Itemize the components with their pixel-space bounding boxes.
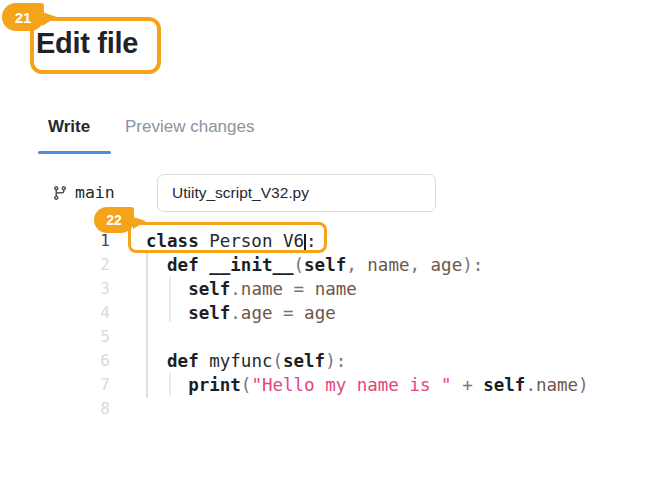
code-token <box>304 279 315 299</box>
line-number: 6 <box>0 349 110 373</box>
code-token: , <box>409 255 420 275</box>
code-editor[interactable]: 1class Person_V6:2 def __init__(self, na… <box>0 229 672 421</box>
code-token: "Hello my name is " <box>251 375 451 395</box>
code-token: self <box>188 279 230 299</box>
code-token: + <box>462 375 473 395</box>
code-token <box>199 255 210 275</box>
code-line[interactable]: 7 print("Hello my name is " + self.name) <box>0 373 672 397</box>
code-text[interactable]: self.name = name <box>146 277 357 301</box>
code-token <box>146 255 167 275</box>
line-number: 7 <box>0 373 110 397</box>
code-token <box>146 279 188 299</box>
code-line[interactable]: 5 <box>0 325 672 349</box>
code-token <box>420 255 431 275</box>
line-number: 4 <box>0 301 110 325</box>
code-token: def <box>167 351 199 371</box>
branch-name: main <box>75 183 115 202</box>
code-token: name <box>367 255 409 275</box>
code-token <box>146 375 188 395</box>
code-token: = <box>283 303 294 323</box>
code-token: = <box>294 279 305 299</box>
code-token: ): <box>325 351 346 371</box>
code-text[interactable]: class Person_V6: <box>146 229 317 253</box>
code-token: age <box>304 303 336 323</box>
line-number: 2 <box>0 253 110 277</box>
code-line[interactable]: 4 self.age = age <box>0 301 672 325</box>
code-line[interactable]: 3 self.name = name <box>0 277 672 301</box>
code-token: . <box>525 375 536 395</box>
code-token <box>294 303 305 323</box>
code-token <box>452 375 463 395</box>
indent-guide-class-body <box>146 253 148 398</box>
code-token: ( <box>241 375 252 395</box>
code-lines: 1class Person_V6:2 def __init__(self, na… <box>0 229 672 421</box>
line-number: 1 <box>0 229 110 253</box>
code-token: ( <box>272 351 283 371</box>
code-token <box>272 303 283 323</box>
code-token: age <box>241 303 273 323</box>
indent-guide-init-body <box>169 277 171 322</box>
code-token: ( <box>294 255 305 275</box>
code-token <box>199 351 210 371</box>
code-token: __init__ <box>209 255 293 275</box>
line-number: 8 <box>0 397 110 421</box>
code-token <box>146 351 167 371</box>
code-text[interactable]: def __init__(self, name, age): <box>146 253 483 277</box>
code-token: : <box>306 231 317 251</box>
code-text[interactable]: self.age = age <box>146 301 336 325</box>
code-token: class <box>146 231 199 251</box>
code-token: Person_V6 <box>199 231 304 251</box>
line-number: 3 <box>0 277 110 301</box>
code-token: name <box>536 375 578 395</box>
indent-guide-myfunc-body <box>169 373 171 396</box>
code-line[interactable]: 8 <box>0 397 672 421</box>
code-line[interactable]: 1class Person_V6: <box>0 229 672 253</box>
git-branch-icon <box>52 185 68 201</box>
code-token: def <box>167 255 199 275</box>
code-text[interactable]: print("Hello my name is " + self.name) <box>146 373 589 397</box>
filename-input[interactable] <box>157 174 436 212</box>
code-token: myfunc <box>209 351 272 371</box>
code-token: . <box>230 279 241 299</box>
tab-preview-changes[interactable]: Preview changes <box>125 117 254 137</box>
code-token: self <box>483 375 525 395</box>
code-line[interactable]: 6 def myfunc(self): <box>0 349 672 373</box>
code-token: self <box>304 255 346 275</box>
code-token <box>357 255 368 275</box>
code-token: print <box>188 375 241 395</box>
code-token: name <box>241 279 283 299</box>
code-token <box>473 375 484 395</box>
edit-file-screen: Edit file 21 Write Preview changes main … <box>0 0 672 500</box>
tab-write[interactable]: Write <box>48 117 90 137</box>
code-token: age <box>431 255 463 275</box>
active-tab-underline <box>38 151 111 154</box>
code-line[interactable]: 2 def __init__(self, name, age): <box>0 253 672 277</box>
code-token: self <box>188 303 230 323</box>
code-token: self <box>283 351 325 371</box>
code-text[interactable]: def myfunc(self): <box>146 349 346 373</box>
annotation-badge-22: 22 <box>94 207 134 233</box>
code-token: name <box>315 279 357 299</box>
annotation-badge-21: 21 <box>2 3 44 31</box>
code-token: . <box>230 303 241 323</box>
page-title: Edit file <box>36 24 138 62</box>
code-token: , <box>346 255 357 275</box>
code-token <box>283 279 294 299</box>
code-token: ): <box>462 255 483 275</box>
code-token: ) <box>578 375 589 395</box>
line-number: 5 <box>0 325 110 349</box>
code-token <box>146 303 188 323</box>
